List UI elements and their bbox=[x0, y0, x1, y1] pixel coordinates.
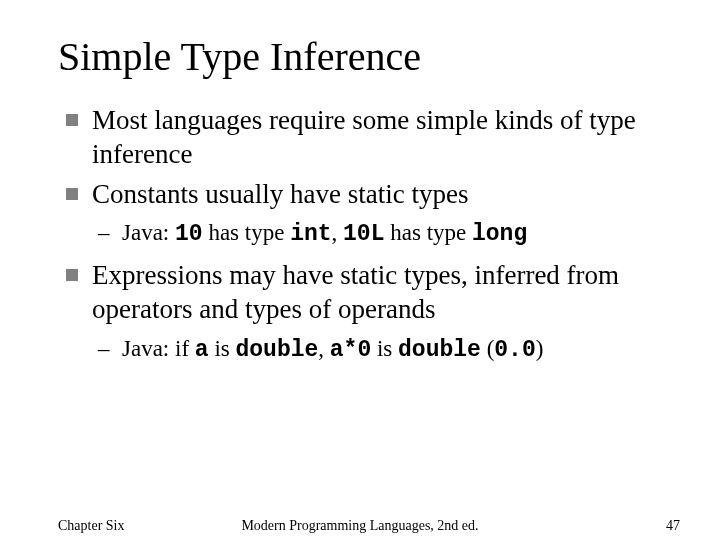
text: ) bbox=[536, 336, 544, 361]
code-type: long bbox=[472, 221, 527, 247]
code-literal: 0.0 bbox=[494, 337, 535, 363]
text: is bbox=[371, 336, 398, 361]
bullet-level1: Most languages require some simple kinds… bbox=[58, 104, 662, 172]
text: , bbox=[318, 336, 330, 361]
text: has type bbox=[203, 220, 291, 245]
footer-book: Modern Programming Languages, 2nd ed. bbox=[0, 518, 720, 534]
bullet-level2: Java: 10 has type int, 10L has type long bbox=[58, 219, 662, 249]
code-type: double bbox=[235, 337, 318, 363]
text: Java: if bbox=[122, 336, 195, 361]
code-type: int bbox=[290, 221, 331, 247]
code-literal: 10L bbox=[343, 221, 384, 247]
bullet-level2: Java: if a is double, a*0 is double (0.0… bbox=[58, 335, 662, 365]
bullet-level1: Expressions may have static types, infer… bbox=[58, 259, 662, 327]
text: ( bbox=[481, 336, 494, 361]
bullet-list: Most languages require some simple kinds… bbox=[58, 104, 662, 364]
text: , bbox=[332, 220, 344, 245]
text: is bbox=[209, 336, 236, 361]
footer-page-number: 47 bbox=[666, 518, 680, 534]
slide: Simple Type Inference Most languages req… bbox=[0, 0, 720, 540]
text: Java: bbox=[122, 220, 175, 245]
code-literal: 10 bbox=[175, 221, 203, 247]
text: has type bbox=[384, 220, 472, 245]
code-type: double bbox=[398, 337, 481, 363]
bullet-level1: Constants usually have static types bbox=[58, 178, 662, 212]
slide-title: Simple Type Inference bbox=[58, 34, 662, 80]
code-expr: a*0 bbox=[330, 337, 371, 363]
code-var: a bbox=[195, 337, 209, 363]
